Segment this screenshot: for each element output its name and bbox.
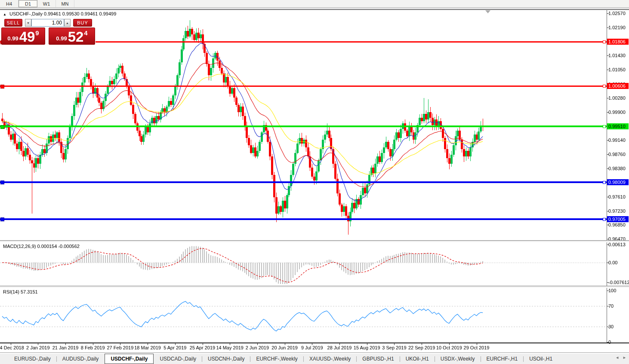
chart-symbol-label: USDCHF-,Daily	[9, 11, 43, 16]
support-line-0.98009[interactable]	[0, 181, 607, 183]
volume-input[interactable]	[31, 19, 64, 27]
date-axis-label: 2 Jan 2019	[26, 345, 49, 350]
rsi-axis-tick: 70	[608, 303, 614, 309]
date-axis-label: 22 Sep 2019	[408, 345, 435, 350]
sell-price-prefix: 0.99	[7, 35, 18, 42]
volume-increase-button[interactable]: ▲	[64, 19, 71, 27]
line-anchor-handle[interactable]	[0, 180, 4, 184]
buy-price-prefix: 0.99	[56, 35, 67, 42]
macd-axis-tick: 0.00	[608, 260, 617, 265]
price-axis-tick: 0.96850	[608, 222, 626, 227]
sell-button[interactable]: SELL	[4, 19, 22, 27]
price-line-label-1.01806: 1.01806	[607, 39, 629, 45]
symbol-collapse-icon[interactable]: ▲	[3, 12, 6, 16]
line-anchor-handle[interactable]	[603, 125, 606, 128]
date-axis-label: 9 Jul 2019	[301, 345, 323, 350]
line-anchor-handle[interactable]	[603, 85, 606, 88]
date-axis-label: 8 Feb 2019	[81, 345, 105, 350]
price-axis-tick: 0.99900	[608, 110, 626, 115]
date-axis-label: 15 Aug 2019	[354, 345, 380, 350]
price-axis-tick: 0.97610	[608, 194, 626, 199]
price-axis-tick: 0.97230	[608, 208, 626, 214]
price-axis-tick: 1.02190	[608, 25, 626, 30]
date-axis-label: 25 Apr 2019	[190, 345, 215, 350]
rsi-axis-tick: 30	[608, 324, 614, 329]
date-axis-separator	[0, 343, 629, 343]
rsi-panel-splitter[interactable]	[0, 286, 629, 288]
rsi-axis-tick: 100	[608, 288, 616, 293]
line-anchor-handle[interactable]	[0, 125, 4, 129]
date-axis-label: 27 Feb 2019	[107, 345, 134, 350]
macd-panel-splitter[interactable]	[0, 240, 629, 242]
chart-title: ▲ USDCHF-,Daily 0.99461 0.99530 0.99461 …	[3, 11, 116, 16]
one-click-trade-panel: SELL ▼ ▲ BUY 0.99 49 9 0.99 52 4	[1, 18, 96, 44]
price-axis-tick: 1.01430	[608, 53, 626, 58]
volume-decrease-button[interactable]: ▼	[25, 19, 31, 27]
buy-price-sup: 4	[84, 29, 87, 37]
rsi-indicator-label: RSI(14) 57.3151	[3, 289, 38, 294]
date-axis-label: 10 Oct 2019	[436, 345, 462, 350]
buy-button[interactable]: BUY	[73, 19, 92, 27]
date-axis-label: 21 Jan 2019	[52, 345, 79, 350]
trading-terminal: H4D1W1MN ▲ USDCHF-,Daily 0.99461 0.99530…	[0, 0, 629, 364]
buy-quote-box[interactable]: 0.99 52 4	[49, 28, 95, 45]
pivot-line-0.99510[interactable]	[0, 125, 607, 127]
line-anchor-handle[interactable]	[0, 217, 4, 221]
date-axis-label: 14 Dec 2018	[0, 345, 24, 350]
date-axis-label: 28 Jul 2019	[327, 345, 352, 350]
price-axis-tick: 0.99140	[608, 138, 626, 143]
line-anchor-handle[interactable]	[0, 85, 4, 89]
macd-indicator-label: MACD(12,26,9) 0.000154 -0.000562	[3, 244, 80, 249]
price-axis-tick: 0.98380	[608, 166, 626, 171]
chart-ohlc-values: 0.99461 0.99530 0.99461 0.99499	[44, 11, 116, 16]
resistance-line-1.00606[interactable]	[0, 86, 607, 87]
price-line-label-0.98009: 0.98009	[607, 179, 629, 185]
buy-price-big: 52	[68, 30, 84, 44]
price-axis-tick: 1.01050	[608, 67, 626, 72]
macd-axis-tick: 0.00613	[608, 242, 626, 247]
date-axis-label: 3 Sep 2019	[382, 345, 406, 350]
price-line-label-1.00606: 1.00606	[607, 83, 629, 89]
tab-bar-top-line	[0, 352, 629, 353]
support-line-0.97005[interactable]	[0, 218, 607, 220]
price-line-label-0.99510: 0.99510	[607, 123, 629, 129]
sell-price-big: 49	[19, 30, 35, 44]
macd-axis-tick: -0.007612	[608, 280, 629, 285]
sell-quote-box[interactable]: 0.99 49 9	[1, 28, 45, 45]
line-anchor-handle[interactable]	[603, 181, 606, 184]
date-axis-label: 5 Apr 2019	[163, 345, 186, 350]
date-axis-label: 14 May 2019	[216, 345, 244, 350]
date-axis-label: 20 Jun 2019	[271, 345, 298, 350]
price-axis-tick: 1.00280	[608, 95, 626, 101]
tab-scroll-right-icon[interactable]: ►	[623, 355, 626, 360]
line-anchor-handle[interactable]	[603, 218, 606, 221]
date-axis-label: 2 Jun 2019	[246, 345, 269, 350]
price-axis-separator	[607, 9, 607, 343]
date-axis-label: 29 Oct 2019	[464, 345, 490, 350]
tab-scroll-left-icon[interactable]: ◄	[615, 355, 619, 360]
price-axis-tick: 0.98760	[608, 152, 626, 157]
line-anchor-handle[interactable]	[603, 40, 606, 43]
price-line-label-0.97005: 0.97005	[607, 216, 629, 222]
date-axis-label: 18 Mar 2019	[134, 345, 161, 350]
rsi-axis-tick: 0	[608, 340, 611, 345]
price-axis-tick: 1.02570	[608, 11, 626, 16]
sell-price-sup: 9	[35, 29, 39, 37]
